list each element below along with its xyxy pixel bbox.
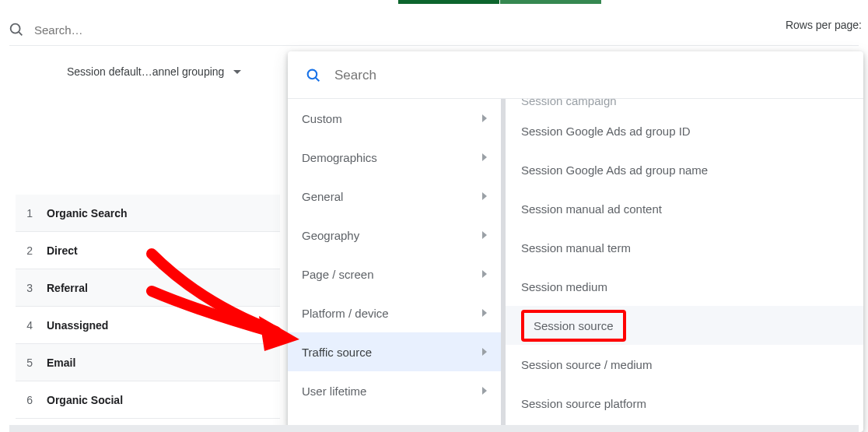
chevron-right-icon	[482, 192, 487, 200]
table-row[interactable]: 3Referral	[16, 269, 280, 307]
category-general[interactable]: General	[288, 177, 506, 216]
category-page-screen[interactable]: Page / screen	[288, 255, 506, 293]
table-row[interactable]: 2Direct	[16, 232, 280, 269]
dimension-label: Session source / medium	[521, 358, 652, 371]
dimension-picker-panel: Custom Demographics General Geography Pa…	[288, 51, 863, 432]
category-label: Demographics	[302, 151, 377, 164]
svg-line-3	[316, 78, 320, 82]
row-index: 2	[16, 244, 47, 257]
table-row[interactable]: 6Organic Social	[16, 381, 280, 419]
category-column[interactable]: Custom Demographics General Geography Pa…	[288, 99, 506, 429]
category-label: Traffic source	[302, 346, 372, 359]
chevron-right-icon	[482, 114, 487, 122]
dimension-label: Session source platform	[521, 397, 646, 410]
search-icon	[305, 67, 322, 84]
dimension-session-source[interactable]: Session source	[506, 306, 863, 345]
row-index: 4	[16, 319, 47, 332]
dimension-label: Session manual ad content	[521, 202, 662, 216]
row-index: 5	[16, 356, 47, 369]
table-row[interactable]: 5Email	[16, 344, 280, 381]
panel-search-row	[288, 51, 863, 98]
chevron-right-icon	[482, 309, 487, 317]
channel-table: 1Organic Search 2Direct 3Referral 4Unass…	[16, 195, 280, 419]
category-label: Page / screen	[302, 268, 374, 281]
row-label: Referral	[47, 282, 88, 294]
dimension-item[interactable]: Session medium	[506, 267, 863, 306]
svg-point-0	[11, 24, 20, 33]
row-label: Direct	[47, 244, 78, 257]
category-label: Platform / device	[302, 307, 389, 320]
category-label: User lifetime	[302, 385, 366, 398]
row-label: Email	[47, 356, 75, 369]
dimension-item[interactable]: Session manual ad content	[506, 189, 863, 228]
dimension-item[interactable]: Session campaign	[506, 99, 863, 111]
row-index: 6	[16, 394, 47, 406]
dimension-item[interactable]: Session source platform	[506, 384, 863, 423]
dimension-label: Session source	[521, 310, 626, 342]
tab-indicator-strip	[0, 0, 868, 5]
dimension-label: Session manual term	[521, 241, 631, 255]
svg-point-2	[308, 70, 317, 79]
dimension-label: Session campaign	[521, 99, 617, 107]
panel-search-input[interactable]	[334, 68, 846, 83]
rows-per-page-label: Rows per page:	[786, 19, 862, 31]
chevron-right-icon	[482, 387, 487, 395]
chevron-right-icon	[482, 153, 487, 161]
dimension-item[interactable]: Session manual term	[506, 228, 863, 267]
row-label: Unassigned	[47, 319, 108, 332]
chevron-right-icon	[482, 348, 487, 356]
dimension-dropdown-label: Session default…annel grouping	[67, 65, 224, 78]
dimension-item[interactable]: Session source / medium	[506, 345, 863, 384]
caret-down-icon	[233, 70, 241, 74]
dimension-item[interactable]: Session Google Ads ad group name	[506, 150, 863, 189]
chevron-right-icon	[482, 270, 487, 278]
category-demographics[interactable]: Demographics	[288, 138, 506, 177]
row-index: 3	[16, 282, 47, 294]
active-tab-indicator	[398, 0, 499, 4]
row-label: Organic Search	[47, 207, 128, 220]
category-label: Geography	[302, 229, 359, 242]
dimension-item[interactable]: Session Google Ads ad group ID	[506, 111, 863, 150]
table-row[interactable]: 1Organic Search	[16, 195, 280, 232]
category-custom[interactable]: Custom	[288, 99, 506, 138]
category-user-lifetime[interactable]: User lifetime	[288, 371, 506, 410]
row-label: Organic Social	[47, 394, 123, 406]
search-icon	[8, 21, 25, 38]
divider	[9, 45, 859, 46]
category-geography[interactable]: Geography	[288, 216, 506, 255]
dimension-dropdown[interactable]: Session default…annel grouping	[67, 65, 241, 78]
category-traffic-source[interactable]: Traffic source	[288, 332, 506, 371]
row-index: 1	[16, 207, 47, 220]
global-search-row	[8, 14, 868, 45]
active-tab-indicator-2	[500, 0, 601, 4]
dimension-label: Session Google Ads ad group name	[521, 163, 708, 177]
bottom-scrollbar-track	[9, 425, 859, 432]
category-label: General	[302, 190, 343, 203]
chevron-right-icon	[482, 231, 487, 239]
dimension-column[interactable]: Session campaign Session Google Ads ad g…	[506, 99, 863, 429]
dimension-label: Session Google Ads ad group ID	[521, 125, 691, 138]
global-search-input[interactable]	[34, 23, 868, 37]
category-platform-device[interactable]: Platform / device	[288, 293, 506, 332]
category-label: Custom	[302, 112, 342, 125]
dimension-label: Session medium	[521, 280, 607, 293]
table-row[interactable]: 4Unassigned	[16, 307, 280, 344]
svg-line-1	[19, 32, 22, 35]
